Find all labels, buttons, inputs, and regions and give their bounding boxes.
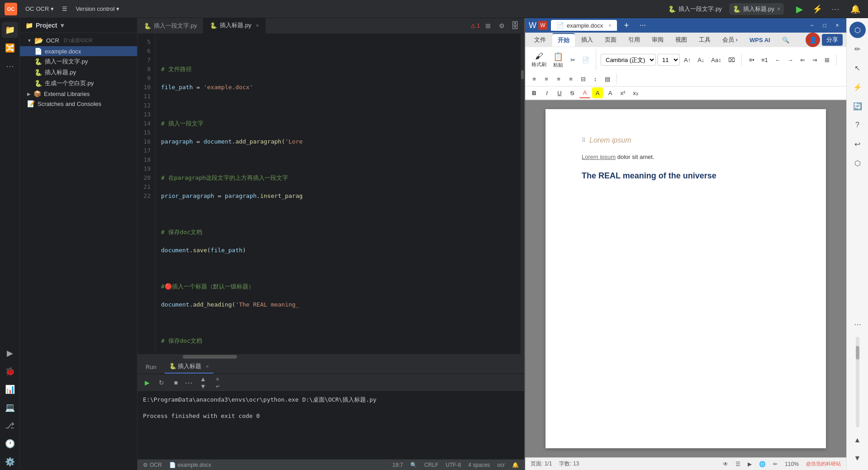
wps-sort-btn[interactable]: ⊞ bbox=[822, 54, 833, 65]
tree-item-py1[interactable]: 🐍 插入一段文字.py bbox=[20, 56, 137, 67]
wps-bullets-btn[interactable]: ≡• bbox=[746, 54, 757, 65]
wps-tab-view[interactable]: 视图 bbox=[670, 34, 693, 46]
more-button[interactable]: ⋯ bbox=[827, 1, 844, 17]
wps-strikethrough-btn[interactable]: S bbox=[567, 87, 578, 98]
wps-minimize-btn[interactable]: − bbox=[806, 20, 817, 31]
wps-tab-start[interactable]: 开始 bbox=[552, 33, 575, 47]
reload-btn[interactable]: ↻ bbox=[156, 377, 167, 388]
wps-cursor-side-btn[interactable]: ↖ bbox=[849, 60, 866, 76]
status-position[interactable]: 19:7 bbox=[393, 462, 403, 468]
menu-hamburger[interactable]: ☰ bbox=[58, 4, 71, 14]
wps-scroll-up-btn[interactable]: ▲ bbox=[849, 432, 866, 448]
wps-maximize-btn[interactable]: □ bbox=[819, 20, 830, 31]
wps-cut-btn[interactable]: ✂ bbox=[567, 54, 578, 65]
sidebar-debug-icon[interactable]: 🐞 bbox=[2, 363, 18, 379]
wps-close-btn[interactable]: × bbox=[832, 20, 843, 31]
wps-ai-icon[interactable]: ⬡ bbox=[849, 22, 866, 38]
status-encoding[interactable]: UTF-8 bbox=[446, 462, 461, 468]
editor-scrollbar-h[interactable] bbox=[138, 354, 524, 360]
wps-tab-insert[interactable]: 插入 bbox=[576, 34, 598, 46]
sidebar-profiler-icon[interactable]: 📊 bbox=[2, 381, 18, 398]
terminal-more-btn[interactable]: ⋯ bbox=[185, 378, 193, 388]
wps-tab-file[interactable]: 文件 bbox=[529, 34, 551, 46]
editor-tab-py2[interactable]: 🐍 插入标题.py × bbox=[204, 18, 266, 34]
wps-tab-member[interactable]: 会员 › bbox=[717, 34, 743, 46]
wps-numbering-btn[interactable]: ≡1 bbox=[759, 54, 771, 65]
scroll-up-btn[interactable]: ▲ bbox=[197, 376, 209, 382]
tree-root-folder[interactable]: ▼ 📂 OCR D:\桌面\OCR bbox=[20, 35, 137, 46]
editor-tab-py1[interactable]: 🐍 插入一段文字.py bbox=[138, 19, 204, 33]
split-editor-btn[interactable]: ⊞ bbox=[483, 20, 493, 31]
status-lang[interactable]: ocr bbox=[497, 462, 505, 468]
wps-refresh-side-btn[interactable]: 🔄 bbox=[849, 98, 866, 114]
sidebar-git-icon[interactable]: ⎇ bbox=[2, 417, 18, 434]
status-project[interactable]: ⚙ OCR bbox=[143, 462, 162, 468]
wps-tab-review[interactable]: 审阅 bbox=[646, 34, 669, 46]
wps-align-right-btn[interactable]: ≡ bbox=[553, 73, 564, 84]
wps-pen-btn[interactable]: ✏ bbox=[773, 461, 778, 467]
wps-tab-tools[interactable]: 工具 bbox=[693, 34, 716, 46]
wps-reply-side-btn[interactable]: ↩ bbox=[849, 136, 866, 152]
editor-settings-btn[interactable]: ⚙ bbox=[496, 20, 507, 31]
wps-pen-side-btn[interactable]: ✏ bbox=[849, 41, 866, 57]
menu-version-control[interactable]: Version control ▾ bbox=[72, 4, 123, 14]
wps-justify-btn[interactable]: ≡ bbox=[565, 73, 576, 84]
wps-new-tab-btn[interactable]: + bbox=[621, 19, 633, 32]
sidebar-terminal-icon[interactable]: 💻 bbox=[2, 399, 18, 416]
wps-copy-btn[interactable]: 📄 bbox=[579, 54, 592, 65]
wps-col-layout-btn[interactable]: ⊟ bbox=[578, 73, 588, 84]
wps-outline-btn[interactable]: ☰ bbox=[735, 461, 740, 467]
wps-superscript-btn[interactable]: x² bbox=[617, 87, 628, 98]
sidebar-more-icon[interactable]: ⋯ bbox=[2, 58, 18, 74]
wps-rtl-btn[interactable]: ⇒ bbox=[810, 54, 821, 65]
wps-size-select[interactable]: 11 bbox=[657, 54, 680, 66]
wps-font-select[interactable]: Cambria (正文) bbox=[601, 54, 656, 66]
sidebar-project-icon[interactable]: 📁 bbox=[2, 22, 18, 38]
terminal-tab-main[interactable]: 🐍 插入标题 × bbox=[165, 360, 213, 374]
wps-paste-btn[interactable]: 📋 粘贴 bbox=[550, 49, 566, 71]
wps-avatar[interactable]: 👤 bbox=[806, 33, 820, 47]
wrap-lines-btn[interactable]: ≡ bbox=[212, 376, 223, 382]
wps-web-btn[interactable]: 🌐 bbox=[759, 461, 766, 467]
status-file[interactable]: 📄 example.docx bbox=[169, 462, 211, 468]
wps-italic-btn[interactable]: I bbox=[541, 87, 552, 98]
wps-doc-tab[interactable]: 📄 example.docx × bbox=[551, 20, 617, 31]
wps-ltr-btn[interactable]: ⇐ bbox=[797, 54, 808, 65]
tree-item-docx[interactable]: 📄 example.docx bbox=[20, 46, 137, 56]
wps-shading-btn[interactable]: ▤ bbox=[602, 73, 613, 84]
status-inspector[interactable]: 🔍 bbox=[410, 462, 417, 468]
wps-widget-side-btn[interactable]: ⬡ bbox=[849, 155, 866, 171]
wps-align-center-btn[interactable]: ≡ bbox=[541, 73, 552, 84]
wps-tab-ai[interactable]: WPS AI bbox=[744, 34, 776, 46]
stop-btn[interactable]: ■ bbox=[170, 377, 182, 388]
wps-highlight-btn[interactable]: A bbox=[592, 87, 603, 98]
wps-line-spacing-btn[interactable]: ↕ bbox=[590, 73, 601, 84]
wps-document-area[interactable]: ⠿ Lorem ipsum Lorem ipsum dolor sit amet… bbox=[525, 100, 846, 457]
wps-font-color2-btn[interactable]: A bbox=[605, 87, 616, 98]
notifications-button[interactable]: 🔔 bbox=[847, 1, 863, 17]
wps-font-decrease-btn[interactable]: A↓ bbox=[695, 54, 707, 65]
wps-connect-side-btn[interactable]: ⚡ bbox=[849, 79, 866, 95]
status-crlf[interactable]: CRLF bbox=[424, 462, 438, 468]
sidebar-time-icon[interactable]: 🕐 bbox=[2, 436, 18, 452]
code-content[interactable]: # 文件路径 file_path = 'example.docx' # 插入一段… bbox=[156, 34, 521, 354]
wps-tab-reference[interactable]: 引用 bbox=[623, 34, 645, 46]
wps-font-increase-btn[interactable]: A↑ bbox=[681, 54, 693, 65]
status-spaces[interactable]: 4 spaces bbox=[468, 462, 490, 468]
scroll-down-btn[interactable]: ▼ bbox=[197, 383, 209, 389]
sidebar-run-icon[interactable]: ▶ bbox=[2, 345, 18, 361]
database-btn[interactable]: 🗄 bbox=[510, 20, 521, 31]
terminal-tab-run[interactable]: Run bbox=[141, 361, 161, 373]
wps-share-btn[interactable]: 分享 bbox=[822, 34, 843, 46]
status-notifications[interactable]: 🔔 bbox=[512, 462, 519, 468]
wps-more-side-btn[interactable]: ⋯ bbox=[849, 316, 866, 332]
tab-file1[interactable]: 🐍 插入一段文字.py bbox=[664, 3, 725, 15]
wps-clear-format-btn[interactable]: ⌧ bbox=[726, 54, 738, 65]
wps-more-tabs-btn[interactable]: ⋯ bbox=[636, 20, 650, 31]
wps-font-color-btn[interactable]: A bbox=[579, 87, 590, 98]
wps-search-btn[interactable]: 🔍 bbox=[777, 34, 795, 46]
wps-bold-btn[interactable]: B bbox=[529, 87, 540, 98]
run-button[interactable]: ▶ bbox=[791, 1, 807, 17]
wps-outdent-btn[interactable]: ← bbox=[772, 54, 783, 65]
wps-indent-btn[interactable]: → bbox=[785, 54, 796, 65]
